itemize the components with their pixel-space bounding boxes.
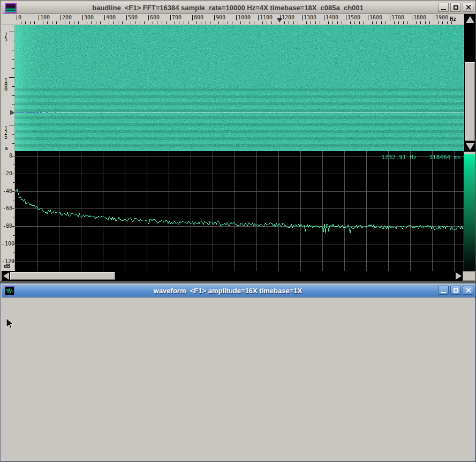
minor-tick xyxy=(425,21,426,24)
minor-tick xyxy=(144,21,145,24)
tick xyxy=(12,174,14,174)
minor-tick xyxy=(245,21,245,24)
tick xyxy=(12,156,14,157)
minor-tick xyxy=(91,21,92,24)
minor-tick xyxy=(52,21,52,24)
window-controls xyxy=(438,3,473,12)
minor-tick xyxy=(438,21,439,24)
minor-tick xyxy=(442,21,443,24)
tick-label: -80 xyxy=(2,223,12,229)
minimize-button[interactable] xyxy=(438,3,449,12)
arrow-left-icon xyxy=(3,272,9,280)
baudline-app-icon xyxy=(5,3,17,13)
spectrogram-vscrollbar[interactable] xyxy=(464,25,475,141)
tick xyxy=(82,15,83,20)
minor-tick xyxy=(43,21,43,24)
tick-label: 200 xyxy=(62,15,72,20)
minor-tick xyxy=(13,200,14,200)
tick xyxy=(214,15,215,20)
minor-tick xyxy=(184,21,184,24)
arrow-right-icon xyxy=(456,272,462,280)
minor-tick xyxy=(201,21,201,24)
close-button[interactable] xyxy=(463,286,473,295)
tick-label: 1100 xyxy=(260,15,273,20)
minor-tick xyxy=(78,21,79,24)
minor-tick xyxy=(320,21,320,24)
tick xyxy=(258,15,259,20)
maximize-icon xyxy=(454,5,458,10)
hscrollbar-thumb[interactable] xyxy=(10,272,115,280)
minor-tick xyxy=(166,21,167,24)
minor-tick xyxy=(87,21,87,24)
minor-tick xyxy=(30,21,31,24)
minor-tick xyxy=(372,21,373,24)
minor-tick xyxy=(328,21,329,24)
resize-corner[interactable] xyxy=(463,271,475,281)
readout-gap xyxy=(417,154,429,161)
tick xyxy=(368,15,368,20)
minor-tick xyxy=(254,21,254,24)
arrow-up-icon xyxy=(466,16,474,23)
tick xyxy=(324,15,324,20)
minor-tick xyxy=(381,21,382,24)
intensity-colorbar xyxy=(464,154,475,271)
minor-tick xyxy=(96,21,96,24)
minor-tick xyxy=(131,21,131,24)
time-ruler[interactable]: s 75100125 xyxy=(2,25,15,151)
minor-tick xyxy=(262,21,263,24)
scroll-right-button[interactable] xyxy=(454,271,463,281)
minimize-button[interactable] xyxy=(438,286,449,295)
minor-tick xyxy=(420,21,421,24)
spectrogram-hscrollbar[interactable] xyxy=(2,271,475,281)
close-button[interactable] xyxy=(463,3,473,12)
db-ruler[interactable]: dB 0-20-40-60-80-100-120 xyxy=(2,151,15,271)
minor-tick xyxy=(12,86,14,87)
tick-label: 1400 xyxy=(326,15,338,20)
minor-tick xyxy=(69,21,70,24)
close-icon xyxy=(466,5,471,10)
maximize-icon xyxy=(454,288,458,293)
minor-tick xyxy=(13,252,14,253)
minor-tick xyxy=(13,182,14,183)
minor-tick xyxy=(293,21,294,24)
maximize-button[interactable] xyxy=(450,3,461,12)
time-ruler-unit: s xyxy=(5,145,8,151)
minor-tick xyxy=(232,21,232,24)
tick xyxy=(12,191,14,192)
tick xyxy=(390,15,390,20)
minor-tick xyxy=(386,21,386,24)
close-icon xyxy=(466,288,471,293)
frequency-ruler-unit: Hz xyxy=(450,16,456,22)
spectrogram-scroll-up-button[interactable] xyxy=(464,14,475,25)
minor-tick xyxy=(113,21,114,24)
minor-tick xyxy=(284,21,285,24)
tick xyxy=(12,262,14,262)
spectrum-display[interactable]: 1232.91 Hz 118464 ms xyxy=(15,151,464,271)
scroll-left-button[interactable] xyxy=(2,271,10,281)
minor-tick xyxy=(364,21,364,24)
spectrogram-noise-texture xyxy=(15,25,464,151)
minor-tick xyxy=(197,21,197,24)
minor-tick xyxy=(394,21,395,24)
tick-label: 125 xyxy=(4,126,9,139)
minor-tick xyxy=(289,21,289,24)
spectrogram-scroll-down-button[interactable] xyxy=(464,141,475,152)
minor-tick xyxy=(240,21,241,24)
maximize-button[interactable] xyxy=(450,286,461,295)
spectrogram-display[interactable] xyxy=(15,25,464,151)
minor-tick xyxy=(13,218,14,218)
tick-label: 600 xyxy=(150,15,160,20)
tick-label: 1600 xyxy=(369,15,382,20)
minor-tick xyxy=(210,21,210,24)
minor-tick xyxy=(250,21,250,24)
frequency-ruler[interactable]: Hz 0100200300400500600700800900100011001… xyxy=(2,14,464,25)
spectrum-readout: 1232.91 Hz 118464 ms xyxy=(381,154,461,161)
tick-label: -120 xyxy=(2,259,12,264)
spectrogram-vscrollbar-thumb[interactable] xyxy=(465,62,475,141)
tick-label: 100 xyxy=(4,79,9,92)
spectrogram-titlebar[interactable]: baudline <F1> FFT=16384 sample_rate=1000… xyxy=(2,2,475,14)
tick xyxy=(9,77,14,78)
waveform-titlebar[interactable]: waveform <F1> amplitude=16X timebase=1X xyxy=(2,285,475,297)
minor-tick xyxy=(12,59,14,59)
tick-label: 800 xyxy=(194,15,203,20)
